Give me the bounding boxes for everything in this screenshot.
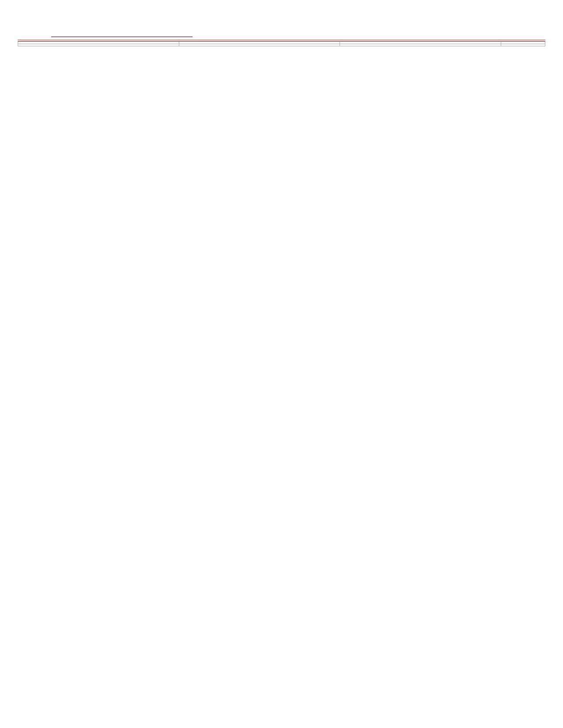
engineer-blank (51, 30, 193, 37)
date-engineer-line (18, 30, 545, 37)
kitchen-header (18, 44, 179, 46)
main-title (18, 13, 545, 21)
checklist-table (18, 41, 545, 46)
bedroom1-header (340, 44, 501, 46)
bathroom1-header (179, 44, 340, 46)
